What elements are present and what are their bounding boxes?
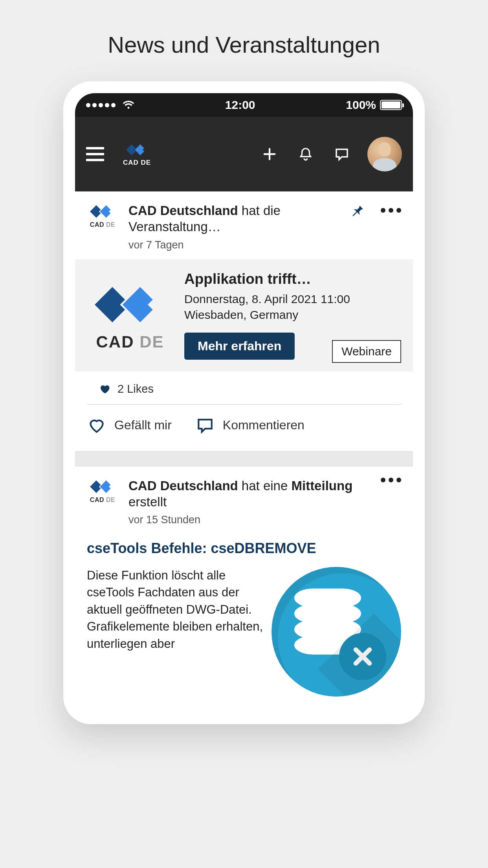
post-more-button[interactable] <box>381 478 401 482</box>
battery-icon <box>380 100 402 110</box>
feed: CAD DE CAD Deutschland hat die Veranstal… <box>75 191 413 708</box>
signal-dots-icon <box>86 103 116 107</box>
comment-icon <box>195 416 215 435</box>
phone-frame: 12:00 100% CAD DE <box>63 81 425 724</box>
app-header: CAD DE <box>75 117 413 191</box>
feed-post: CAD DE CAD Deutschland hat eine Mitteilu… <box>75 467 413 709</box>
like-label: Gefällt mir <box>114 418 172 432</box>
brand-text: CAD DE <box>123 159 151 167</box>
like-summary[interactable]: 2 Likes <box>87 371 401 405</box>
post-author-brand: CAD DE <box>90 221 115 228</box>
brand-arrows-icon <box>90 202 115 221</box>
heart-icon <box>99 383 110 395</box>
feed-post: CAD DE CAD Deutschland hat die Veranstal… <box>75 191 413 451</box>
event-tag[interactable]: Webinare <box>332 340 401 363</box>
post-timestamp: vor 15 Stunden <box>128 514 367 526</box>
page-title: News und Veranstaltungen <box>0 0 488 81</box>
heart-outline-icon <box>87 416 106 435</box>
x-badge-icon <box>339 633 386 680</box>
post-headline: CAD Deutschland hat eine Mitteilung erst… <box>128 478 367 510</box>
event-location: Wiesbaden, Germany <box>184 307 401 323</box>
post-author-avatar[interactable]: CAD DE <box>87 478 118 504</box>
post-content-title: cseTools Befehle: cseDBREMOVE <box>87 540 401 557</box>
messages-button[interactable] <box>334 146 350 162</box>
status-battery-text: 100% <box>346 98 376 112</box>
database-remove-icon <box>272 567 401 697</box>
event-cta-button[interactable]: Mehr erfahren <box>184 333 295 360</box>
like-count: 2 Likes <box>117 383 154 395</box>
event-logo: CAD DE <box>87 271 173 360</box>
post-author-brand: CAD DE <box>90 497 115 504</box>
post-more-button[interactable] <box>381 208 401 213</box>
event-datetime: Donnerstag, 8. April 2021 11:00 <box>184 291 401 307</box>
status-bar: 12:00 100% <box>75 93 413 117</box>
brand-logo[interactable]: CAD DE <box>123 142 151 167</box>
brand-arrows-icon <box>90 478 115 496</box>
comment-label: Kommentieren <box>223 418 305 432</box>
pin-icon <box>349 202 365 218</box>
status-time: 12:00 <box>225 98 255 112</box>
like-button[interactable]: Gefällt mir <box>87 416 172 435</box>
menu-button[interactable] <box>86 147 104 161</box>
wifi-icon <box>123 100 134 110</box>
event-title: Applikation trifft… <box>184 271 401 287</box>
post-content-body: Diese Funktion löscht alle cseTools Fach… <box>87 567 264 697</box>
avatar[interactable] <box>367 137 402 171</box>
post-timestamp: vor 7 Tagen <box>128 239 336 251</box>
comment-button[interactable]: Kommentieren <box>195 416 305 435</box>
brand-arrows-icon <box>95 279 165 330</box>
event-card: CAD DE Applikation trifft… Donnerstag, 8… <box>75 259 413 371</box>
notifications-button[interactable] <box>297 146 314 162</box>
add-button[interactable] <box>261 146 278 162</box>
post-headline: CAD Deutschland hat die Veranstaltung… <box>128 202 336 235</box>
post-author-avatar[interactable]: CAD DE <box>87 202 118 228</box>
brand-arrows-icon <box>126 142 148 158</box>
